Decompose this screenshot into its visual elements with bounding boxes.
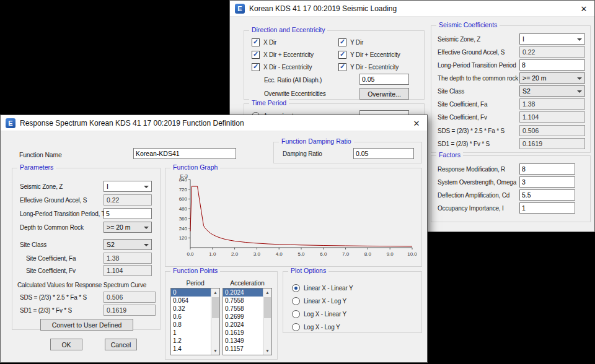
list-item[interactable]: 1.2 [171, 337, 211, 345]
scroll-up-icon[interactable]: ▲ [263, 288, 271, 297]
occupancy-importance-input[interactable] [519, 202, 575, 214]
scrollbar-thumb[interactable] [212, 297, 219, 318]
checkbox-y-dir[interactable] [338, 38, 346, 46]
list-item[interactable]: 0.1349 [223, 337, 263, 345]
acceleration-listbox[interactable]: 0.2024 0.7558 0.7558 0.2699 0.2024 0.161… [223, 288, 272, 355]
list-item[interactable]: 1.4 [171, 345, 211, 353]
titlebar[interactable]: E Korean KDS 41 17 00:2019 Seismic Loadi… [230, 1, 594, 17]
sds-label: SDS = (2/3) * 2.5 * Fa * S [438, 127, 505, 135]
combo-value: I [107, 183, 108, 190]
function-name-input[interactable] [133, 148, 236, 159]
response-spectrum-curve [190, 186, 412, 246]
site-class-select[interactable]: S2 [104, 239, 152, 250]
list-item[interactable]: 0.2699 [223, 313, 263, 321]
long-period-tl-label: Long-Period Transition Period, TL [20, 210, 108, 218]
checkbox-label: X Dir + Eccentricity [263, 51, 314, 59]
ok-button[interactable]: OK [50, 339, 82, 350]
scroll-up-icon[interactable]: ▲ [211, 288, 219, 297]
depth-rock-select[interactable]: >= 20 m [104, 222, 152, 233]
occupancy-importance-label: Occupancy Importance, I [438, 204, 504, 212]
app-logo-icon: E [235, 4, 245, 14]
seismic-zone-select[interactable]: I [104, 181, 152, 192]
window-title: Response Spectrum Korean KDS 41 17 00:20… [20, 119, 244, 128]
list-item[interactable]: 0.6 [171, 313, 211, 321]
scrollbar-thumb[interactable] [264, 297, 271, 318]
list-item[interactable]: 0.7558 [223, 297, 263, 305]
system-overstrength-input[interactable] [519, 176, 575, 188]
checkbox-y-dir-plus-ecc[interactable] [338, 51, 346, 59]
convert-to-user-defined-button[interactable]: Convert to User Defined [40, 319, 133, 331]
chevron-down-icon [144, 186, 149, 188]
period-list-rows: 0 0.064 0.32 0.6 0.8 1 1.2 1.4 [171, 288, 211, 355]
function-graph-group: Function Graph E-38407206004803602401200… [165, 168, 422, 267]
radio-log-x-linear-y[interactable] [292, 310, 300, 318]
list-item[interactable]: 0.8 [171, 321, 211, 329]
long-period-input[interactable] [519, 59, 585, 71]
checkbox-label: X Dir [263, 38, 276, 46]
radio-linear-x-log-y[interactable] [292, 297, 300, 305]
cancel-button[interactable]: Cancel [105, 339, 137, 350]
ground-accel-field: 0.22 [519, 46, 585, 58]
scroll-down-icon[interactable]: ▼ [263, 347, 271, 355]
period-scrollbar[interactable]: ▲ ▼ [211, 288, 219, 355]
list-item[interactable]: 0.064 [171, 297, 211, 305]
radio-log-x-log-y[interactable] [292, 323, 300, 331]
radio-linear-x-linear-y[interactable] [292, 284, 300, 292]
ground-accel-label: Effective Ground Accel, S [20, 196, 87, 204]
damping-ratio-group: Function Damping Ratio Damping Ratio [273, 142, 422, 163]
group-title: Function Points [170, 267, 220, 274]
calculated-values-label: Calculated Values for Response Spectrum … [17, 281, 146, 289]
depth-rock-select[interactable]: >= 20 m [519, 72, 585, 84]
deflection-amplification-input[interactable] [519, 189, 575, 201]
list-item[interactable]: 1 [171, 329, 211, 337]
list-item[interactable]: 0.1619 [223, 329, 263, 337]
deflection-amplification-label: Deflection Amplification, Cd [438, 191, 509, 199]
checkbox-x-dir-plus-ecc[interactable] [252, 51, 260, 59]
chevron-down-icon [577, 90, 582, 93]
list-item[interactable]: 0.2024 [223, 321, 263, 329]
checkbox-x-dir-minus-ecc[interactable] [252, 63, 260, 71]
damping-ratio-label: Damping Ratio [283, 150, 322, 158]
sd1-field: 0.1619 [519, 138, 585, 149]
close-icon[interactable]: ✕ [573, 1, 594, 17]
group-title: Parameters [17, 163, 56, 171]
site-coeff-fv-label: Site Coefficient, Fv [438, 113, 487, 121]
list-item[interactable]: 0.2024 [223, 288, 263, 297]
seismic-zone-label: Seismic Zone, Z [438, 35, 480, 43]
checkbox-y-dir-minus-ecc[interactable] [338, 63, 346, 71]
y-tick-label: 120 [179, 235, 188, 241]
sds-field: 0.506 [519, 125, 585, 136]
acceleration-header: Acceleration [223, 279, 272, 287]
titlebar[interactable]: E Response Spectrum Korean KDS 41 17 00:… [1, 115, 427, 131]
list-item[interactable]: 0.7558 [223, 305, 263, 313]
desktop: { "colors": { "selection": "#4a72a8", "g… [0, 0, 595, 364]
period-listbox[interactable]: 0 0.064 0.32 0.6 0.8 1 1.2 1.4 ▲ ▼ [170, 288, 220, 355]
overwrite-button[interactable]: Overwrite... [359, 88, 409, 100]
acceleration-scrollbar[interactable]: ▲ ▼ [263, 288, 271, 355]
list-item[interactable]: 0.1157 [223, 345, 263, 353]
scroll-down-icon[interactable]: ▼ [211, 347, 219, 355]
list-item[interactable]: 0.32 [171, 305, 211, 313]
combo-value: >= 20 m [107, 223, 131, 231]
checkbox-label: Y Dir [350, 38, 363, 46]
site-coeff-fv-label: Site Coefficient, Fv [26, 267, 76, 275]
close-icon[interactable]: ✕ [406, 115, 427, 131]
checkbox-label: Y Dir + Eccentricity [350, 51, 400, 59]
x-tick-label: 5.0 [298, 251, 305, 257]
chevron-down-icon [577, 38, 582, 41]
long-period-tl-input[interactable] [104, 208, 152, 219]
list-item[interactable]: 0 [171, 288, 211, 297]
response-modification-input[interactable] [519, 163, 575, 175]
ground-accel-label: Effective Ground Accel, S [438, 48, 505, 56]
period-header: Period [170, 279, 220, 287]
damping-ratio-input[interactable] [353, 148, 414, 159]
y-tick-label: 480 [179, 206, 188, 212]
site-class-select[interactable]: S2 [519, 85, 585, 97]
ecc-ratio-input[interactable] [359, 74, 409, 85]
site-class-label: Site Class [438, 87, 464, 95]
chevron-down-icon [577, 77, 582, 80]
group-title: Function Graph [170, 163, 220, 171]
seismic-zone-select[interactable]: I [519, 33, 585, 45]
group-title: Time Period [249, 99, 289, 106]
checkbox-x-dir[interactable] [252, 38, 260, 46]
